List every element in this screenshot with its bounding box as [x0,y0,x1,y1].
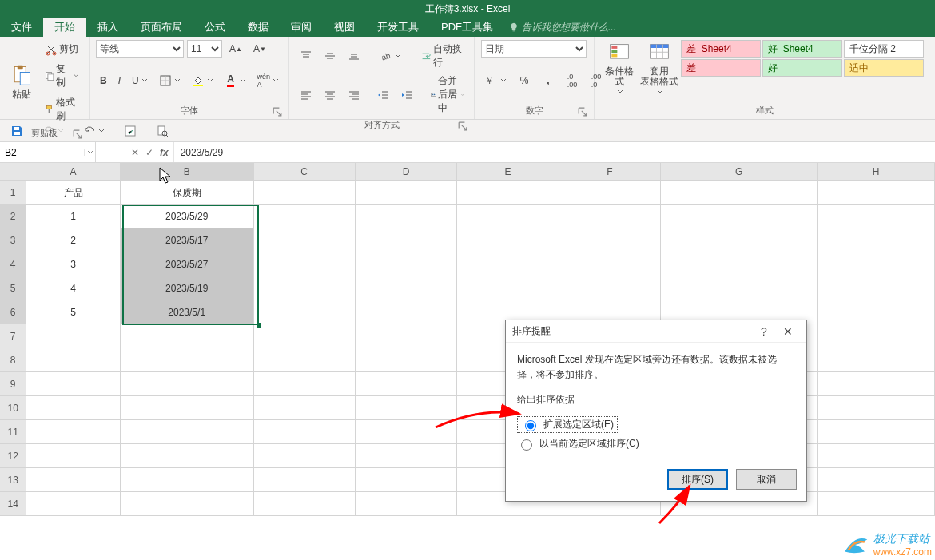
cancel-formula-button[interactable]: ✕ [131,147,139,158]
tab-pdf[interactable]: PDF工具集 [430,18,504,37]
phonetic-button[interactable]: wénA [253,72,283,89]
formula-value[interactable]: 2023/5/29 [181,147,223,158]
cell[interactable] [356,276,457,300]
tab-layout[interactable]: 页面布局 [129,18,193,37]
col-header-F[interactable]: F [559,163,661,181]
radio-current[interactable]: 以当前选定区域排序(C) [517,436,795,451]
clipboard-dialog-launcher[interactable] [73,129,82,139]
cell[interactable] [356,372,457,396]
row-header-8[interactable]: 8 [0,348,26,372]
cell[interactable] [121,348,254,372]
percent-button[interactable]: % [514,72,535,89]
cell[interactable] [356,492,457,516]
select-all-corner[interactable] [0,163,26,181]
cell[interactable] [818,228,935,252]
border-button[interactable] [155,72,185,89]
comma-button[interactable]: , [538,72,559,89]
cut-button[interactable]: 剪切 [41,40,82,58]
tab-formula[interactable]: 公式 [193,18,237,37]
col-header-D[interactable]: D [356,163,457,181]
cell[interactable] [121,396,254,420]
cell[interactable] [254,492,356,516]
row-header-3[interactable]: 3 [0,228,26,252]
cell[interactable] [26,492,121,516]
painter-button[interactable]: 格式刷 [41,93,82,125]
fill-color-button[interactable] [188,72,217,89]
cell[interactable] [254,324,356,348]
indent-dec-button[interactable] [373,86,394,104]
cell[interactable] [818,181,935,205]
copy-button[interactable]: 复制 [41,60,82,92]
font-select[interactable]: 等线 [96,40,184,58]
cell[interactable] [254,205,356,228]
table-format-button[interactable]: 套用 表格格式 [641,40,678,97]
style-good[interactable]: 好_Sheet4 [762,40,842,58]
cell[interactable] [254,444,356,468]
cell[interactable] [26,324,121,348]
tab-review[interactable]: 审阅 [280,18,323,37]
indent-inc-button[interactable] [397,86,418,104]
tab-home[interactable]: 开始 [43,18,86,37]
cell[interactable] [818,420,935,444]
cell[interactable] [559,252,661,276]
cell[interactable] [457,276,559,300]
style-bad2[interactable]: 差 [681,59,761,77]
cell[interactable] [254,228,356,252]
cell[interactable] [661,252,818,276]
col-header-H[interactable]: H [818,163,935,181]
align-bottom-button[interactable] [344,47,364,65]
tab-file[interactable]: 文件 [0,18,43,37]
cell[interactable] [254,372,356,396]
cell[interactable] [457,228,559,252]
cell[interactable] [818,396,935,420]
cell[interactable] [356,324,457,348]
row-header-4[interactable]: 4 [0,252,26,276]
align-middle-button[interactable] [320,47,340,65]
cell[interactable] [457,181,559,205]
cell[interactable] [818,492,935,516]
cell-B1[interactable]: 保质期 [121,181,254,205]
cell[interactable] [356,444,457,468]
cell[interactable] [254,181,356,205]
fx-button[interactable]: fx [160,147,169,158]
underline-button[interactable]: U [128,73,152,89]
style-bad[interactable]: 差_Sheet4 [681,40,761,58]
cell[interactable] [26,396,121,420]
cell[interactable] [26,468,121,492]
cell[interactable] [661,276,818,300]
style-thousand[interactable]: 千位分隔 2 [844,40,924,58]
inc-decimal-button[interactable]: .0.00 [562,72,583,89]
tell-me[interactable]: 告诉我您想要做什么... [509,18,616,37]
col-header-E[interactable]: E [457,163,559,181]
dialog-titlebar[interactable]: 排序提醒 ? ✕ [506,320,806,343]
cell[interactable] [254,300,356,324]
row-header-14[interactable]: 14 [0,492,26,516]
cell[interactable] [121,372,254,396]
undo-button[interactable] [81,122,107,140]
grow-font-button[interactable]: A▲ [225,40,246,58]
cell[interactable] [818,348,935,372]
radio-expand[interactable]: 扩展选定区域(E) [517,416,618,433]
cell[interactable] [121,492,254,516]
cell[interactable] [661,228,818,252]
cell[interactable] [121,420,254,444]
cell[interactable] [121,444,254,468]
orientation-button[interactable]: ab [376,47,405,65]
cell[interactable] [818,468,935,492]
cell[interactable] [356,348,457,372]
cell-B4[interactable]: 2023/5/27 [121,252,254,276]
col-header-G[interactable]: G [661,163,818,181]
cond-format-button[interactable]: 条件格式 [601,40,638,97]
cell[interactable] [356,468,457,492]
cell[interactable] [818,324,935,348]
align-top-button[interactable] [296,47,316,65]
cell[interactable] [818,300,935,324]
enter-formula-button[interactable]: ✓ [145,147,153,158]
col-header-A[interactable]: A [26,163,121,181]
row-header-9[interactable]: 9 [0,372,26,396]
cell[interactable] [254,252,356,276]
style-neutral[interactable]: 适中 [844,59,924,77]
cell[interactable] [356,228,457,252]
cell-B2[interactable]: 2023/5/29 [121,205,254,228]
cell[interactable] [254,468,356,492]
